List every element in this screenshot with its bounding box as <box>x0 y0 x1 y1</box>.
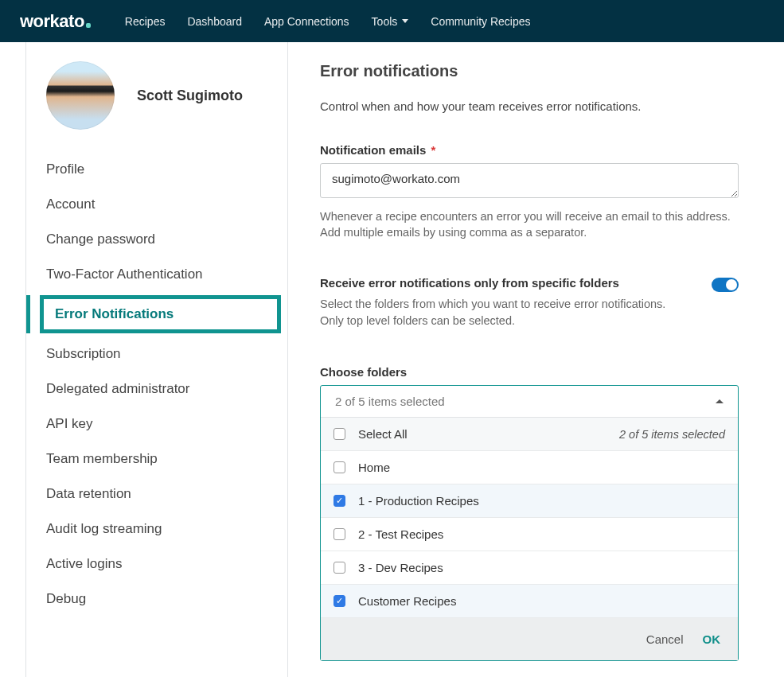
folder-option-label: Customer Recipes <box>358 594 456 608</box>
dropdown-footer: Cancel OK <box>321 618 738 660</box>
page-description: Control when and how your team receives … <box>320 99 739 113</box>
sidebar-item-active-logins[interactable]: Active logins <box>26 547 287 582</box>
brand-text: workato <box>20 11 84 32</box>
sidebar-item-delegated-admin[interactable]: Delegated administrator <box>26 372 287 407</box>
dropdown-select-all[interactable]: Select All 2 of 5 items selected <box>321 418 738 451</box>
nav-community[interactable]: Community Recipes <box>431 15 530 28</box>
folder-option-customer[interactable]: ✓ Customer Recipes <box>321 585 738 618</box>
folder-option-label: 3 - Dev Recipes <box>358 561 443 574</box>
nav-app-connections[interactable]: App Connections <box>264 15 349 28</box>
notification-emails-input[interactable] <box>320 163 739 198</box>
settings-sidebar: Scott Sugimoto Profile Account Change pa… <box>25 42 288 677</box>
notification-emails-field: Notification emails * Whenever a recipe … <box>320 143 739 241</box>
folder-option-production[interactable]: ✓ 1 - Production Recipes <box>321 484 738 518</box>
profile-block: Scott Sugimoto <box>26 42 287 144</box>
sidebar-item-account[interactable]: Account <box>26 187 287 222</box>
sidebar-menu: Profile Account Change password Two-Fact… <box>26 144 287 640</box>
choose-folders-label: Choose folders <box>320 365 739 379</box>
main-content: Error notifications Control when and how… <box>288 42 782 677</box>
dropdown-header[interactable]: 2 of 5 items selected <box>321 386 738 417</box>
profile-name: Scott Sugimoto <box>137 88 243 104</box>
check-icon: ✓ <box>336 597 343 605</box>
notification-emails-label-text: Notification emails <box>320 143 426 157</box>
top-navbar: workato Recipes Dashboard App Connection… <box>0 0 784 42</box>
folder-toggle-row: Receive error notifications only from sp… <box>320 276 739 331</box>
avatar <box>46 61 115 130</box>
cancel-button[interactable]: Cancel <box>646 632 684 646</box>
sidebar-item-error-notifications[interactable]: Error Notifications <box>40 295 281 333</box>
folder-option-label: 1 - Production Recipes <box>358 494 479 508</box>
select-all-checkbox[interactable] <box>333 428 345 440</box>
folder-checkbox[interactable]: ✓ <box>333 595 345 607</box>
nav-links: Recipes Dashboard App Connections Tools … <box>125 15 531 28</box>
nav-dashboard[interactable]: Dashboard <box>187 15 242 28</box>
brand-logo[interactable]: workato <box>20 11 91 32</box>
check-icon: ✓ <box>336 496 343 505</box>
nav-tools-label: Tools <box>372 15 398 28</box>
sidebar-item-api-key[interactable]: API key <box>26 407 287 442</box>
sidebar-item-change-password[interactable]: Change password <box>26 222 287 257</box>
notification-emails-label: Notification emails * <box>320 143 739 157</box>
choose-folders-dropdown: 2 of 5 items selected Select All 2 of 5 … <box>320 385 739 661</box>
folder-checkbox[interactable] <box>333 562 345 574</box>
folder-toggle-switch[interactable] <box>712 278 739 292</box>
folder-option-dev[interactable]: 3 - Dev Recipes <box>321 551 738 585</box>
sidebar-item-data-retention[interactable]: Data retention <box>26 477 287 512</box>
folder-toggle-text: Receive error notifications only from sp… <box>320 276 688 331</box>
folder-toggle-desc: Select the folders from which you want t… <box>320 296 688 331</box>
folder-toggle-title: Receive error notifications only from sp… <box>320 276 688 290</box>
sidebar-item-profile[interactable]: Profile <box>26 152 287 187</box>
chevron-down-icon <box>402 19 408 23</box>
folder-checkbox[interactable]: ✓ <box>333 495 345 507</box>
dropdown-summary: 2 of 5 items selected <box>335 395 445 408</box>
folder-option-label: 2 - Test Recipes <box>358 527 443 541</box>
dropdown-list: Select All 2 of 5 items selected Home ✓ … <box>321 417 738 660</box>
select-all-label: Select All <box>358 427 408 441</box>
sidebar-item-team-membership[interactable]: Team membership <box>26 442 287 477</box>
folder-option-label: Home <box>358 461 390 474</box>
required-asterisk: * <box>431 143 436 157</box>
ok-button[interactable]: OK <box>703 632 721 646</box>
sidebar-item-audit-log[interactable]: Audit log streaming <box>26 512 287 547</box>
folder-checkbox[interactable] <box>333 461 345 473</box>
page-title: Error notifications <box>320 62 739 80</box>
select-all-status: 2 of 5 items selected <box>619 428 725 441</box>
folder-option-home[interactable]: Home <box>321 451 738 484</box>
nav-tools[interactable]: Tools <box>372 15 409 28</box>
caret-up-icon <box>716 399 724 403</box>
notification-emails-help: Whenever a recipe encounters an error yo… <box>320 208 739 241</box>
sidebar-item-2fa[interactable]: Two-Factor Authentication <box>26 257 287 292</box>
sidebar-item-debug[interactable]: Debug <box>26 582 287 617</box>
nav-recipes[interactable]: Recipes <box>125 15 166 28</box>
folder-option-test[interactable]: 2 - Test Recipes <box>321 518 738 551</box>
folder-checkbox[interactable] <box>333 528 345 540</box>
brand-dot-icon <box>86 23 91 28</box>
sidebar-item-subscription[interactable]: Subscription <box>26 337 287 372</box>
